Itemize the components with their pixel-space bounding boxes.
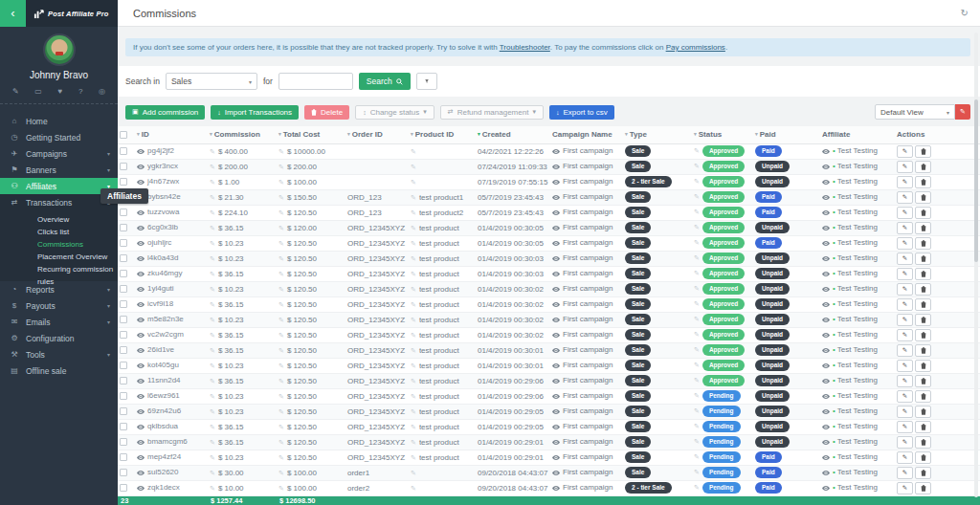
view-campaign-icon[interactable] <box>552 423 560 431</box>
view-affiliate-icon[interactable] <box>822 224 830 232</box>
row-checkbox[interactable] <box>120 423 127 430</box>
import-transactions-button[interactable]: ↓Import Transactions <box>211 105 299 120</box>
view-commission-icon[interactable] <box>137 392 145 401</box>
edit-status-icon[interactable]: ✎ <box>694 469 700 475</box>
sidebar-subitem-placement-overview[interactable]: Placement Overview <box>0 251 118 263</box>
edit-status-icon[interactable]: ✎ <box>694 407 700 414</box>
sidebar-item-configuration[interactable]: ⚙ Configuration <box>0 330 118 346</box>
edit-commission-icon[interactable]: ✎ <box>210 362 215 369</box>
view-commission-icon[interactable] <box>137 270 145 278</box>
sidebar-item-getting-started[interactable]: ◷ Getting Started <box>0 129 118 145</box>
sidebar-item-tools[interactable]: ⚒ Tools ▾ <box>0 346 118 362</box>
view-campaign-icon[interactable] <box>552 193 560 202</box>
row-checkbox[interactable] <box>120 484 127 492</box>
view-campaign-icon[interactable] <box>552 316 560 324</box>
edit-product-id-icon[interactable]: ✎ <box>411 393 416 400</box>
view-commission-icon[interactable] <box>137 377 145 385</box>
view-commission-icon[interactable] <box>137 285 145 294</box>
sidebar-item-offline-sale[interactable]: ▤ Offline sale <box>0 362 118 379</box>
commission-id[interactable]: 6cg0x3lb <box>147 223 178 231</box>
view-commission-icon[interactable] <box>137 407 145 416</box>
edit-product-id-icon[interactable]: ✎ <box>411 209 416 216</box>
view-commission-icon[interactable] <box>137 254 145 263</box>
row-checkbox[interactable] <box>120 300 127 308</box>
view-affiliate-icon[interactable] <box>822 193 830 202</box>
sidebar-subitem-clicks-list[interactable]: Clicks list <box>0 226 118 238</box>
edit-commission-icon[interactable]: ✎ <box>210 148 215 155</box>
edit-status-icon[interactable]: ✎ <box>694 163 700 169</box>
delete-row-button[interactable] <box>915 222 931 234</box>
edit-row-button[interactable]: ✎ <box>897 191 913 204</box>
view-affiliate-icon[interactable] <box>822 331 830 340</box>
edit-total-cost-icon[interactable]: ✎ <box>278 301 284 308</box>
edit-product-id-icon[interactable]: ✎ <box>411 378 416 384</box>
edit-status-icon[interactable]: ✎ <box>694 316 700 322</box>
sort-icon[interactable]: ▾ <box>625 131 628 137</box>
delete-row-button[interactable] <box>915 252 931 265</box>
view-affiliate-icon[interactable] <box>822 392 830 401</box>
delete-row-button[interactable] <box>915 344 931 357</box>
view-commission-icon[interactable] <box>137 331 145 340</box>
edit-product-id-icon[interactable]: ✎ <box>411 286 416 293</box>
edit-product-id-icon[interactable]: ✎ <box>411 470 416 476</box>
edit-total-cost-icon[interactable]: ✎ <box>278 439 284 446</box>
column-header[interactable]: ▾Commission <box>208 126 277 143</box>
edit-status-icon[interactable]: ✎ <box>694 285 700 292</box>
edit-total-cost-icon[interactable]: ✎ <box>278 225 284 231</box>
edit-commission-icon[interactable]: ✎ <box>210 408 215 415</box>
view-affiliate-icon[interactable] <box>822 300 830 309</box>
edit-total-cost-icon[interactable]: ✎ <box>278 164 284 170</box>
affiliate-name[interactable]: Test Testing <box>837 330 878 339</box>
affiliate-name[interactable]: Test Testing <box>837 253 878 262</box>
row-checkbox[interactable] <box>120 147 127 155</box>
row-checkbox[interactable] <box>120 270 127 277</box>
affiliate-name[interactable]: Test Testing <box>837 208 878 216</box>
sort-icon[interactable]: ▾ <box>210 131 212 137</box>
edit-row-button[interactable]: ✎ <box>897 467 913 479</box>
edit-row-button[interactable]: ✎ <box>897 344 913 357</box>
commission-id[interactable]: ojuhljrc <box>147 238 171 247</box>
monitor-icon[interactable]: ▭ <box>34 87 42 96</box>
sidebar-item-campaigns[interactable]: ✈ Campaigns ▾ <box>0 145 118 162</box>
affiliate-name[interactable]: Test Testing <box>837 284 878 293</box>
refresh-icon[interactable]: ↻ <box>961 8 969 18</box>
edit-row-button[interactable]: ✎ <box>897 360 913 372</box>
affiliate-name[interactable]: Test Testing <box>837 468 878 476</box>
view-commission-icon[interactable] <box>137 484 145 493</box>
view-campaign-icon[interactable] <box>552 346 560 355</box>
edit-view-button[interactable]: ✎ <box>955 104 970 120</box>
edit-row-button[interactable]: ✎ <box>897 252 913 265</box>
delete-row-button[interactable] <box>915 314 931 326</box>
add-commission-button[interactable]: ▣Add commission <box>125 105 205 120</box>
sort-icon[interactable]: ▾ <box>278 131 281 137</box>
edit-product-id-icon[interactable]: ✎ <box>411 332 416 339</box>
row-checkbox[interactable] <box>120 254 127 262</box>
commission-id[interactable]: mep4zf24 <box>147 452 181 461</box>
edit-total-cost-icon[interactable]: ✎ <box>278 393 284 400</box>
search-button[interactable]: Search <box>359 73 411 90</box>
edit-product-id-icon[interactable]: ✎ <box>411 439 416 446</box>
delete-row-button[interactable] <box>915 406 931 418</box>
row-checkbox[interactable] <box>120 469 127 476</box>
sidebar-subitem-overview[interactable]: Overview <box>0 213 118 226</box>
row-checkbox[interactable] <box>120 178 127 186</box>
sidebar-subitem-commissions[interactable]: Commissions <box>0 238 118 251</box>
commission-id[interactable]: pg4j2jf2 <box>147 146 174 155</box>
edit-product-id-icon[interactable]: ✎ <box>411 194 416 201</box>
commission-id[interactable]: qklbsdua <box>147 422 178 430</box>
delete-row-button[interactable] <box>915 283 931 296</box>
delete-row-button[interactable] <box>915 176 931 188</box>
row-checkbox[interactable] <box>120 239 127 247</box>
edit-status-icon[interactable]: ✎ <box>694 224 700 231</box>
view-campaign-icon[interactable] <box>552 469 560 477</box>
column-header[interactable]: ▾Order ID <box>345 126 409 143</box>
edit-row-button[interactable]: ✎ <box>897 237 913 250</box>
affiliate-name[interactable]: Test Testing <box>837 223 878 231</box>
edit-commission-icon[interactable]: ✎ <box>210 164 215 170</box>
affiliate-name[interactable]: Test Testing <box>837 483 878 492</box>
edit-row-button[interactable]: ✎ <box>897 406 913 418</box>
change-status-button[interactable]: ↕Change status▾ <box>355 105 434 120</box>
refund-management-button[interactable]: ⇄Refund management▾ <box>440 105 544 120</box>
row-checkbox[interactable] <box>120 209 127 216</box>
affiliate-name[interactable]: Test Testing <box>837 299 878 308</box>
